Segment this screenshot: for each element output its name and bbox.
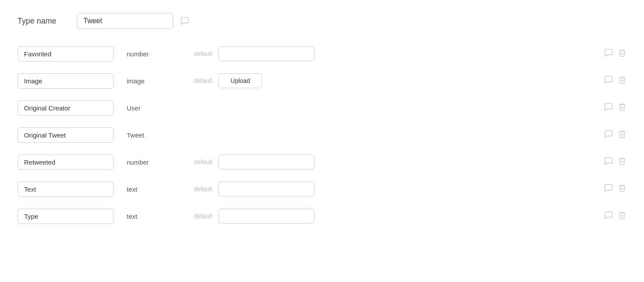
field-actions-text xyxy=(595,183,627,195)
trash-icon-text[interactable] xyxy=(618,184,627,194)
comment-icon-original-tweet[interactable] xyxy=(604,129,613,141)
field-default-label-type: default xyxy=(184,213,218,220)
comment-icon-retweeted[interactable] xyxy=(604,156,613,168)
field-type-image: image xyxy=(114,77,184,85)
field-name-input-type[interactable] xyxy=(17,209,114,224)
field-name-input-image[interactable] xyxy=(17,73,114,89)
field-row-text: textdefault xyxy=(17,178,627,200)
field-row-original-tweet: Tweet xyxy=(17,124,627,146)
field-name-input-retweeted[interactable] xyxy=(17,155,114,170)
field-name-input-original-tweet[interactable] xyxy=(17,127,114,143)
field-row-favorited: numberdefault xyxy=(17,43,627,65)
type-name-label: Type name xyxy=(17,17,70,26)
field-row-retweeted: numberdefault xyxy=(17,151,627,173)
field-type-favorited: number xyxy=(114,50,184,58)
field-default-input-retweeted[interactable] xyxy=(218,155,315,169)
field-actions-original-creator xyxy=(595,102,627,113)
trash-icon-retweeted[interactable] xyxy=(618,157,627,167)
field-actions-retweeted xyxy=(595,156,627,168)
comment-icon-type[interactable] xyxy=(604,210,613,222)
field-type-type: text xyxy=(114,213,184,220)
comment-icon-favorited[interactable] xyxy=(604,48,613,59)
field-name-input-text[interactable] xyxy=(17,182,114,197)
comment-icon-text[interactable] xyxy=(604,183,613,195)
field-actions-type xyxy=(595,210,627,222)
field-row-image: imagedefaultUpload xyxy=(17,70,627,92)
comment-icon-original-creator[interactable] xyxy=(604,102,613,113)
field-type-retweeted: number xyxy=(114,158,184,166)
field-actions-favorited xyxy=(595,48,627,59)
comment-icon-image[interactable] xyxy=(604,75,613,86)
trash-icon-favorited[interactable] xyxy=(618,48,627,59)
field-row-original-creator: User xyxy=(17,97,627,119)
field-row-type: textdefault xyxy=(17,205,627,227)
trash-icon-image[interactable] xyxy=(618,76,627,86)
field-default-label-retweeted: default xyxy=(184,158,218,165)
field-default-input-favorited[interactable] xyxy=(218,46,315,61)
field-actions-original-tweet xyxy=(595,129,627,141)
field-name-input-favorited[interactable] xyxy=(17,46,114,62)
field-default-input-text[interactable] xyxy=(218,182,315,196)
trash-icon-original-tweet[interactable] xyxy=(618,130,627,140)
trash-icon-type[interactable] xyxy=(618,211,627,221)
upload-button-image[interactable]: Upload xyxy=(218,73,262,88)
field-type-original-creator: User xyxy=(114,104,184,112)
field-type-text: text xyxy=(114,186,184,193)
field-default-input-type[interactable] xyxy=(218,209,315,224)
header-row: Type name xyxy=(17,13,627,29)
field-type-original-tweet: Tweet xyxy=(114,131,184,139)
field-name-input-original-creator[interactable] xyxy=(17,100,114,116)
field-default-label-text: default xyxy=(184,186,218,193)
field-actions-image xyxy=(595,75,627,86)
trash-icon-original-creator[interactable] xyxy=(618,103,627,113)
type-name-input[interactable] xyxy=(77,13,173,29)
field-default-label-favorited: default xyxy=(184,50,218,57)
field-default-label-image: default xyxy=(184,77,218,84)
fields-list: numberdefaultimagedefaultUploadUserTweet… xyxy=(17,43,627,227)
comment-icon[interactable] xyxy=(180,16,190,26)
